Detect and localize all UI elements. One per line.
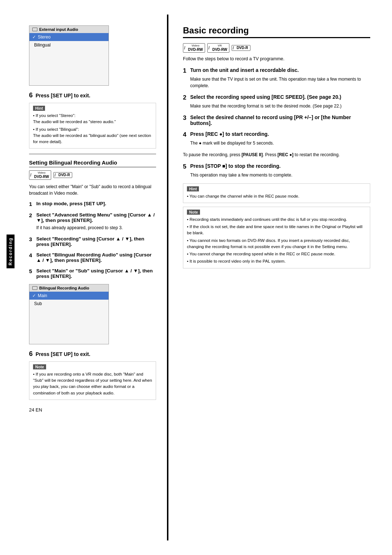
check-icon: ✓	[32, 35, 36, 40]
menu1-item-bilingual[interactable]: Bilingual	[29, 41, 109, 49]
rec-speed-bold: [REC SPEED].	[271, 94, 306, 100]
right-step4-body: The ● mark will be displayed for 5 secon…	[190, 140, 370, 146]
pr-bold: [PR +/–]	[294, 114, 313, 120]
hint-label-right: Hint	[187, 186, 199, 191]
step6-bottom: 6 Press [SET UP] to exit.	[29, 350, 156, 358]
stop-bold: [STOP ■]	[205, 163, 227, 169]
right-step5: 5 Press [STOP ■] to stop the recording. …	[183, 163, 370, 178]
note-label-bottom: Note	[33, 364, 46, 369]
right-slash-icon3: /	[233, 45, 234, 51]
right-slash-icon2: /	[208, 45, 210, 51]
slash-icon1: /	[30, 172, 32, 178]
hint-right-item1: You can change the channel while in the …	[187, 193, 366, 199]
recording-sidebar-label: Recording	[7, 234, 15, 268]
page-number: 24 EN	[29, 407, 156, 413]
page: Recording External input Audio ✓ Stereo …	[0, 0, 392, 555]
hint-label-top: Hint	[33, 106, 45, 111]
menu2-item-main[interactable]: ✓ Main	[29, 292, 109, 300]
hint-top-item2: If you select "Bilingual":The audio will…	[33, 126, 152, 145]
right-step1: 1 Turn on the unit and insert a recordab…	[183, 67, 370, 89]
note-box-bottom: Note If you are recording onto a VR mode…	[29, 361, 156, 400]
right-dvd-badges: / Video DVD-RW / VR DVD-RW / DVD-R	[183, 43, 370, 53]
menu1-title: External input Audio	[29, 26, 109, 33]
bilingual-recording-audio-menu: Bilingual Recording Audio ✓ Main Sub	[29, 284, 109, 344]
right-slash-icon1: /	[184, 45, 185, 51]
note-right-item3: You cannot mix two formats on DVD-RW dis…	[187, 238, 366, 250]
check-icon-main: ✓	[32, 293, 36, 298]
note-right-item5: It is possible to record video only in t…	[187, 258, 366, 264]
left-step3: 3 Select "Recording" using [Cursor ▲ / ▼…	[29, 236, 156, 247]
hint-box-top: Hint If you select "Stereo":The audio wi…	[29, 103, 156, 149]
note-right-item2: If the clock is not set, the date and ti…	[187, 224, 366, 236]
rec-bold: [REC ●]	[205, 131, 224, 137]
left-step4: 4 Select "Bilingual Recording Audio" usi…	[29, 252, 156, 263]
monitor-icon2	[32, 286, 37, 290]
dvd-badge-dvd-r: / DVD-R	[53, 172, 72, 178]
note-bottom-item1: If you are recording onto a VR mode disc…	[33, 371, 152, 396]
menu2-title: Bilingual Recording Audio	[29, 284, 109, 292]
menu2-empty-body	[29, 308, 109, 344]
note-box-right: Note Recording starts immediately and co…	[183, 207, 370, 268]
menu2-item-sub[interactable]: Sub	[29, 300, 109, 308]
right-dvd-badge-vr-rw: / VR DVD-RW	[207, 43, 229, 53]
right-dvd-badge-dvd-r: / DVD-R	[232, 45, 250, 51]
hint-top-item1: If you select "Stereo":The audio will be…	[33, 113, 152, 125]
left-step2: 2 Select "Advanced Setting Menu" using […	[29, 212, 156, 231]
right-step2: 2 Select the recording speed using [REC …	[183, 94, 370, 109]
bilingual-section-title: Setting Bilingual Recording Audio	[29, 159, 156, 167]
bilingual-intro: You can select either "Main" or "Sub" au…	[29, 183, 156, 197]
right-step2-body: Make sure that the recording format is s…	[190, 103, 370, 109]
left-dvd-badges: / Video DVD-RW / DVD-R	[29, 170, 156, 180]
monitor-icon	[32, 28, 37, 31]
basic-recording-title: Basic recording	[183, 25, 370, 38]
number-bold: [the Number buttons].	[190, 114, 351, 126]
right-column: Basic recording / Video DVD-RW / VR DVD-…	[167, 15, 392, 540]
right-dvd-badge-video-rw: / Video DVD-RW	[183, 43, 205, 53]
dvd-badge-video-rw: / Video DVD-RW	[29, 170, 51, 180]
right-step4: 4 Press [REC ●] to start recording. The …	[183, 131, 370, 146]
menu1-empty-body	[29, 49, 109, 85]
menu1-item-stereo[interactable]: ✓ Stereo	[29, 33, 109, 41]
step6-top: 6 Press [SET UP] to exit.	[29, 92, 156, 99]
left-step5: 5 Select "Main" or "Sub" using [Cursor ▲…	[29, 268, 156, 279]
right-pause-note: To pause the recording, press [PAUSE II]…	[183, 151, 370, 158]
left-column: Recording External input Audio ✓ Stereo …	[0, 15, 167, 540]
slash-icon2: /	[54, 172, 56, 178]
note-label-right: Note	[187, 210, 200, 215]
hint-box-right: Hint You can change the channel while in…	[183, 183, 370, 203]
right-step3: 3 Select the desired channel to record u…	[183, 114, 370, 126]
right-step5-body: This operation may take a few moments to…	[190, 172, 370, 178]
external-input-audio-menu: External input Audio ✓ Stereo Bilingual	[29, 25, 109, 86]
left-step1: 1 In stop mode, press [SET UP].	[29, 201, 156, 207]
divider	[29, 154, 156, 154]
left-step2-body: If it has already appeared, proceed to s…	[36, 224, 156, 231]
right-step1-body: Make sure that the TV input is set on th…	[190, 76, 370, 89]
note-right-item4: You cannot change the recording speed wh…	[187, 251, 366, 257]
right-intro: Follow the steps below to record a TV pr…	[183, 56, 370, 61]
note-right-item1: Recording starts immediately and continu…	[187, 216, 366, 223]
